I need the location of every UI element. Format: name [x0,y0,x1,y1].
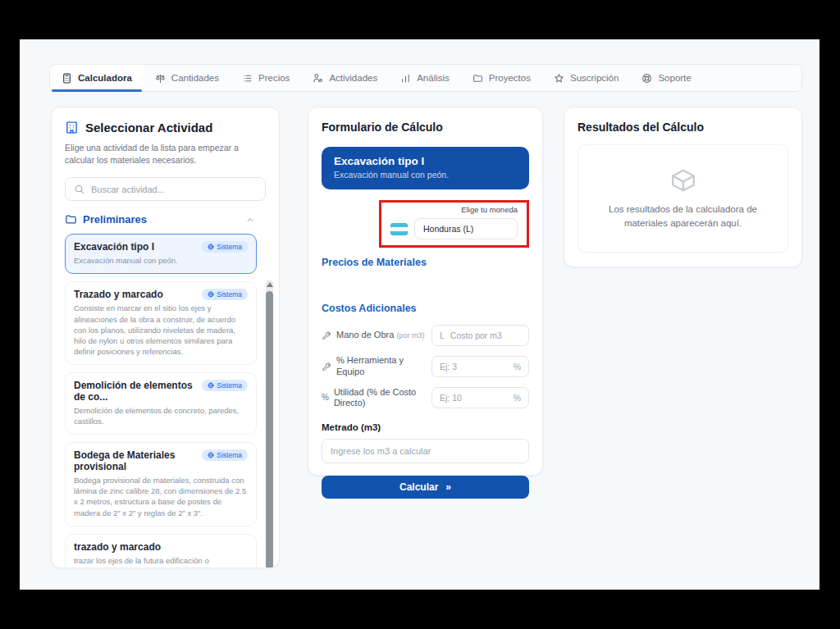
panel-title: Formulario de Cálculo [322,121,529,134]
currency-prefix: L [440,330,445,340]
currency-label: Elige tu moneda [390,205,518,214]
tab-label: Suscripción [570,73,619,83]
item-description: Bodega provisional de materiales, constr… [74,475,248,517]
metrado-input[interactable] [331,446,520,456]
system-badge: Sistema [202,289,248,300]
system-badge: Sistema [202,241,248,253]
empty-results-card: Los resultados de la calculadora de mate… [578,144,788,253]
utility-input-wrap: % [431,387,529,408]
system-badge: Sistema [202,380,248,391]
labor-cost-input[interactable] [450,330,521,340]
item-description: Consiste en marcar en el sitio los ejes … [74,303,248,357]
wrench-icon [322,330,331,340]
tools-input-wrap: % [431,356,529,377]
selected-activity-title: Excavación tipo I [334,155,517,167]
selected-activity-subtitle: Excavación manual con peón. [334,170,517,180]
tab-actividades[interactable]: Actividades [301,65,389,91]
category-label: Preliminares [83,213,240,226]
star-icon [554,73,564,84]
item-title: Demolición de elementos de co... [74,380,197,403]
tools-label: % Herramienta y Equipo [322,355,431,378]
search-input[interactable] [91,185,257,194]
wrench-icon [322,362,331,371]
activity-item-demolicion[interactable]: Demolición de elementos de co... Sistema… [65,372,257,435]
percent-icon: % [322,393,329,403]
activity-item-trazado-custom[interactable]: trazado y marcado trazar los ejes de la … [65,534,257,568]
percent-suffix: % [514,362,521,371]
calculator-icon [62,73,72,84]
tab-label: Calculadora [78,73,132,83]
labor-label: Mano de Obra (por m3) [322,330,431,341]
building-icon [65,121,79,134]
search-icon [74,184,84,194]
folder-icon [472,73,483,84]
tab-cantidades[interactable]: Cantidades [144,65,231,91]
tools-percent-input[interactable] [440,362,508,371]
item-description: trazar los ejes de la futura edificación… [74,555,248,568]
metrado-input-wrap [322,439,529,463]
folder-icon [65,213,77,226]
scroll-up-arrow-icon[interactable] [267,282,273,287]
labor-unit-hint: (por m3) [396,331,424,340]
bar-chart-icon [400,73,411,84]
tab-proyectos[interactable]: Proyectos [461,65,542,91]
globe-icon [208,244,214,250]
lifebuoy-icon [641,73,652,84]
package-icon [669,166,697,194]
item-description: Excavación manual con peón. [74,255,248,266]
metrado-label: Metrado (m3) [322,422,529,432]
list-icon [242,73,253,84]
tab-suscripcion[interactable]: Suscripción [542,65,630,91]
activity-item-bodega[interactable]: Bodega de Materiales provisional Sistema… [65,442,257,526]
item-title: Bodega de Materiales provisional [74,449,197,472]
utility-percent-input[interactable] [440,393,508,403]
tab-label: Actividades [329,73,377,83]
tab-precios[interactable]: Precios [231,65,301,91]
tab-analisis[interactable]: Análisis [389,65,461,91]
panel-title: Resultados del Cálculo [578,121,788,134]
activity-list: Excavación tipo I Sistema Excavación man… [65,234,257,568]
selected-activity-banner: Excavación tipo I Excavación manual con … [322,147,529,189]
globe-icon [208,452,214,458]
chevron-up-icon[interactable] [245,215,255,225]
tab-soporte[interactable]: Soporte [630,65,702,91]
scale-icon [155,73,166,84]
costs-heading: Costos Adicionales [322,303,529,314]
system-badge: Sistema [202,449,248,461]
activity-selector-panel: Seleccionar Actividad Elige una activida… [51,107,280,568]
labor-input-wrap: L [431,325,529,346]
materials-heading: Precios de Materiales [322,257,529,268]
user-gear-icon [313,73,323,84]
panel-subtitle: Elige una actividad de la lista para emp… [65,142,266,166]
tab-label: Análisis [417,73,450,83]
tab-label: Proyectos [489,73,531,83]
panel-title: Seleccionar Actividad [85,121,212,134]
double-chevron-icon: » [445,481,451,493]
tab-label: Soporte [658,73,691,83]
activity-item-trazado-y-marcado[interactable]: Trazado y marcado Sistema Consiste en ma… [65,281,257,365]
utility-label: % Utilidad (% de Costo Directo) [322,387,431,410]
annotation-highlight: Elige tu moneda Honduras (L) [379,200,529,248]
calculation-form-panel: Formulario de Cálculo Excavación tipo I … [308,107,543,476]
category-header[interactable]: Preliminares [65,213,255,226]
tab-calculadora[interactable]: Calculadora [50,65,144,91]
tab-label: Precios [258,73,290,83]
item-description: Demolición de elementos de concreto, par… [74,405,248,426]
tab-label: Cantidades [171,73,219,83]
honduras-flag-icon [390,223,408,235]
globe-icon [208,382,214,389]
item-title: Trazado y marcado [74,289,163,300]
item-title: Excavación tipo I [74,241,154,253]
top-nav: Calculadora Cantidades Precios Actividad… [49,64,802,92]
empty-results-message: Los resultados de la calculadora de mate… [597,203,769,230]
currency-select[interactable]: Honduras (L) [414,218,518,239]
results-panel: Resultados del Cálculo Los resultados de… [564,107,802,267]
calculate-button[interactable]: Calcular » [322,476,529,499]
list-scrollbar[interactable] [266,280,273,568]
scrollbar-thumb[interactable] [266,291,273,568]
app-page: Calculadora Cantidades Precios Actividad… [20,39,819,590]
activity-item-excavacion-tipo-i[interactable]: Excavación tipo I Sistema Excavación man… [65,234,257,274]
item-title: trazado y marcado [74,541,161,553]
search-box [65,177,266,201]
percent-suffix: % [514,393,521,403]
